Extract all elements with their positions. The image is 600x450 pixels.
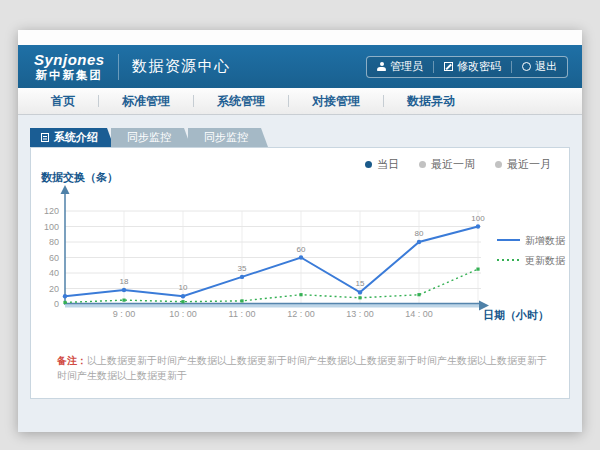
chart-text: 13 : 00 (346, 309, 374, 319)
chart-text: 80 (415, 229, 424, 238)
chart-text: 35 (238, 264, 247, 273)
radio-last-month[interactable]: 最近一月 (495, 157, 551, 172)
data-point (476, 268, 479, 271)
chart-text: 15 (356, 279, 365, 288)
chart-text: 100 (471, 214, 485, 223)
page-title: 数据资源中心 (132, 57, 231, 76)
chart-text: 100 (44, 222, 59, 232)
radio-dot (419, 161, 426, 168)
radio-label: 当日 (377, 157, 399, 172)
tab-sync-monitor-1[interactable]: 同步监控 (111, 128, 191, 147)
logo-chinese: 新中新集团 (34, 69, 105, 82)
chart-text: 11 : 00 (229, 309, 256, 319)
nav-item-home[interactable]: 首页 (28, 93, 98, 110)
y-axis-title: 数据交换（条） (41, 170, 118, 185)
data-point (417, 240, 421, 244)
footnote-prefix: 备注： (57, 355, 87, 366)
data-point (181, 294, 185, 298)
data-point (358, 290, 362, 294)
tab-label: 系统介绍 (54, 128, 98, 147)
tab-label: 同步监控 (204, 128, 248, 147)
tab-system-intro[interactable]: 系统介绍 (30, 128, 114, 147)
change-password-label: 修改密码 (457, 59, 501, 74)
y-axis-arrow-icon (61, 185, 70, 194)
radio-dot (365, 161, 372, 168)
tab-label: 同步监控 (127, 128, 171, 147)
logout-button[interactable]: 退出 (512, 59, 567, 74)
chart-text: 60 (49, 253, 59, 263)
edit-icon (444, 62, 453, 71)
change-password-button[interactable]: 修改密码 (434, 59, 511, 74)
main-nav: 首页 标准管理 系统管理 对接管理 数据异动 (18, 88, 582, 115)
radio-last-week[interactable]: 最近一周 (419, 157, 475, 172)
chart-text: 20 (49, 284, 59, 294)
chart-text: 10 (179, 283, 188, 292)
logo-english: Synjones (34, 51, 105, 68)
series-line-0 (65, 227, 478, 297)
header-divider (118, 54, 119, 80)
radio-label: 最近一月 (507, 157, 551, 172)
desktop-background: Synjones 新中新集团 数据资源中心 管理员 修改密码 退出 (0, 0, 600, 450)
document-icon (41, 133, 49, 142)
radio-dot (495, 161, 502, 168)
user-label: 管理员 (390, 59, 423, 74)
data-point (63, 294, 67, 298)
tab-bar: 系统介绍 同步监控 同步监控 (30, 128, 268, 147)
nav-item-system-mgmt[interactable]: 系统管理 (194, 93, 288, 110)
series-line-1 (65, 269, 478, 302)
x-axis-arrow-icon (479, 301, 489, 311)
x-axis-band (65, 304, 481, 308)
data-point (358, 296, 361, 299)
data-point (299, 293, 302, 296)
chart-text: 新增数据 (525, 235, 566, 246)
chart-text: 9 : 00 (113, 309, 136, 319)
data-point (122, 288, 126, 292)
tab-sync-monitor-2[interactable]: 同步监控 (188, 128, 268, 147)
user-menu: 管理员 修改密码 退出 (366, 56, 568, 78)
logout-label: 退出 (535, 59, 557, 74)
content-area: 系统介绍 同步监控 同步监控 当日 最近一周 (18, 115, 582, 432)
data-point (63, 301, 66, 304)
chart-text: 120 (44, 206, 59, 216)
app-header: Synjones 新中新集团 数据资源中心 管理员 修改密码 退出 (18, 45, 582, 88)
radio-today[interactable]: 当日 (365, 157, 399, 172)
nav-item-standard-mgmt[interactable]: 标准管理 (99, 93, 193, 110)
data-point (181, 300, 184, 303)
chart-text: 日期（小时） (483, 309, 549, 322)
chart-text: 40 (49, 268, 59, 278)
data-point (240, 275, 244, 279)
footnote-text: 以上数据更新于时间产生数据以上数据更新于时间产生数据以上数据更新于时间产生数据以… (57, 355, 547, 381)
chart-text: 更新数据 (525, 255, 566, 266)
chart-text: 0 (54, 299, 59, 309)
chart-text: 80 (49, 237, 59, 247)
power-icon (522, 62, 531, 71)
footnote: 备注：以上数据更新于时间产生数据以上数据更新于时间产生数据以上数据更新于时间产生… (57, 354, 549, 383)
data-point (240, 299, 243, 302)
data-point (122, 299, 125, 302)
chart-text: 18 (120, 277, 129, 286)
chart-text: 60 (297, 245, 306, 254)
chart-text: 12 : 00 (287, 309, 315, 319)
radio-label: 最近一周 (431, 157, 475, 172)
company-logo: Synjones 新中新集团 (34, 51, 105, 81)
chart-text: 10 : 00 (169, 309, 197, 319)
app-window: Synjones 新中新集团 数据资源中心 管理员 修改密码 退出 (18, 30, 582, 432)
chart-text: 14 : 00 (405, 309, 433, 319)
time-range-options: 当日 最近一周 最近一月 (365, 157, 551, 172)
data-point (299, 255, 303, 259)
data-point (476, 224, 480, 228)
user-menu-button[interactable]: 管理员 (367, 59, 433, 74)
data-point (417, 293, 420, 296)
user-icon (377, 62, 386, 71)
nav-item-data-change[interactable]: 数据异动 (384, 93, 478, 110)
chart-panel: 当日 最近一周 最近一月 数据交换（条） 0204060801001209 : … (30, 147, 570, 399)
top-margin-strip (18, 30, 582, 45)
nav-item-interface-mgmt[interactable]: 对接管理 (289, 93, 383, 110)
